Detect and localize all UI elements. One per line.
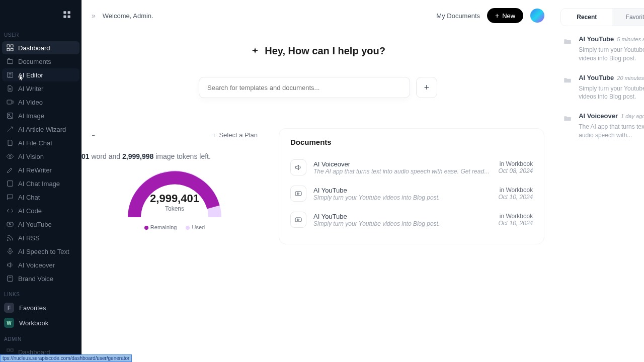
sidebar-item-ai-voiceover[interactable]: AI Voiceover — [2, 258, 79, 272]
document-date: Oct 10, 2024 — [499, 220, 533, 227]
link-favorites[interactable]: F Favorites — [0, 300, 82, 315]
svg-rect-20 — [11, 349, 13, 351]
gauge-legend: Remaining Used — [144, 224, 205, 230]
dashboard-icon — [6, 44, 14, 52]
vision-icon — [6, 152, 14, 160]
search-input[interactable] — [207, 84, 401, 92]
workbook-chip: W — [4, 318, 14, 328]
document-date: Oct 08, 2024 — [499, 167, 533, 174]
sidebar-item-label: AI RSS — [18, 234, 40, 242]
plus-icon: + — [495, 12, 499, 20]
feed-desc: The AI app that turns text into audio sp… — [579, 123, 644, 140]
sidebar-item-documents[interactable]: Documents — [2, 55, 79, 68]
sidebar-item-ai-rss[interactable]: AI RSS — [2, 231, 79, 244]
documents-card: Documents AI Voiceover The AI app that t… — [279, 128, 544, 244]
select-plan-label: Select a Plan — [219, 131, 258, 139]
feed-item[interactable]: AI YouTube 20 minutes ago Simply turn yo… — [560, 65, 644, 104]
sidebar-item-label: AI Speech to Text — [18, 248, 69, 255]
svg-point-16 — [7, 240, 8, 241]
svg-rect-6 — [7, 48, 10, 51]
link-workbook[interactable]: W Workbook — [0, 315, 82, 330]
sidebar-item-ai-chat[interactable]: AI Chat — [2, 191, 79, 204]
document-desc: Simply turn your Youtube videos into Blo… — [313, 194, 492, 201]
tab-recent[interactable]: Recent — [561, 9, 612, 26]
youtube-icon — [290, 212, 306, 228]
code-icon — [6, 207, 14, 215]
image-icon — [6, 112, 14, 120]
svg-rect-2 — [63, 16, 66, 18]
feed-time: 1 day ago — [621, 113, 644, 119]
document-location: in Workbook — [499, 213, 533, 220]
brand-icon — [6, 275, 14, 283]
feed-time: 5 minutes ago — [617, 36, 644, 42]
search-row: + — [82, 77, 554, 98]
sidebar-item-ai-code[interactable]: AI Code — [2, 204, 79, 217]
section-user: USER — [0, 26, 82, 41]
gauge-number: 2,999,401 — [127, 192, 222, 205]
sidebar-item-ai-video[interactable]: AI Video — [2, 96, 79, 109]
sidebar-item-ai-file-chat[interactable]: AI File Chat — [2, 136, 79, 149]
svg-rect-5 — [11, 45, 13, 47]
sidebar-item-ai-youtube[interactable]: AI YouTube — [2, 218, 79, 231]
document-row[interactable]: AI Voiceover The AI app that turns text … — [290, 154, 533, 180]
token-summary: 01 word and 2,999,998 image tokens left. — [82, 141, 268, 160]
my-documents-link[interactable]: My Documents — [436, 12, 480, 20]
new-button[interactable]: + New — [487, 8, 523, 23]
svg-rect-3 — [68, 16, 70, 18]
section-admin: ADMIN — [0, 330, 82, 345]
documents-icon — [6, 57, 14, 65]
sidebar-item-label: AI Article Wizard — [18, 126, 66, 133]
collapse-icon[interactable]: » — [92, 12, 96, 20]
section-links: LINKS — [0, 286, 82, 300]
sidebar-item-ai-image[interactable]: AI Image — [2, 109, 79, 122]
svg-rect-18 — [8, 276, 13, 282]
sidebar-item-label: AI Vision — [18, 153, 44, 160]
main-area: » Welcome, Admin. My Documents + New Hey… — [82, 0, 554, 362]
svg-rect-8 — [8, 60, 13, 64]
svg-rect-10 — [7, 100, 12, 104]
sidebar-item-ai-vision[interactable]: AI Vision — [2, 150, 79, 163]
avatar[interactable] — [530, 9, 544, 23]
sidebar-item-brand-voice[interactable]: Brand Voice — [2, 272, 79, 285]
select-plan-button[interactable]: + Select a Plan — [212, 131, 258, 139]
document-row[interactable]: AI YouTube Simply turn your Youtube vide… — [290, 180, 533, 207]
search-input-wrapper[interactable] — [199, 77, 410, 98]
editor-icon — [6, 71, 14, 79]
right-panel: Recent Favorites AI YouTube 5 minutes ag… — [554, 0, 644, 362]
feed-title: AI Voiceover — [579, 112, 618, 120]
status-bar-url: tps://nucleus.serapiscode.com/dashboard/… — [0, 354, 132, 362]
favorites-chip: F — [4, 303, 14, 313]
search-add-button[interactable]: + — [416, 77, 437, 98]
sidebar-item-ai-chat-image[interactable]: AI Chat Image — [2, 177, 79, 190]
sidebar-item-ai-editor[interactable]: AI Editor — [2, 68, 79, 81]
sidebar-item-ai-speech-to-text[interactable]: AI Speech to Text — [2, 245, 79, 258]
document-row[interactable]: AI YouTube Simply turn your Youtube vide… — [290, 207, 533, 233]
hero-text: Hey, How can I help you? — [265, 45, 385, 57]
sidebar-item-dashboard[interactable]: Dashboard — [2, 41, 79, 54]
svg-rect-22 — [295, 218, 301, 222]
sidebar-item-ai-writer[interactable]: AI Writer — [2, 82, 79, 95]
cursor-icon — [19, 74, 25, 81]
rewriter-icon — [6, 166, 14, 174]
feed-tabs: Recent Favorites — [560, 8, 644, 26]
sidebar-item-label: Brand Voice — [18, 275, 53, 283]
sidebar-item-ai-article-wizard[interactable]: AI Article Wizard — [2, 123, 79, 136]
svg-rect-4 — [7, 45, 10, 47]
app-grid-button[interactable] — [59, 7, 74, 22]
image-tokens: 2,999,998 — [122, 152, 153, 160]
plus-icon: + — [212, 131, 216, 139]
plan-name: - — [92, 128, 95, 141]
feed-item[interactable]: AI Voiceover 1 day ago The AI app that t… — [560, 103, 644, 142]
document-location: in Workbook — [499, 160, 533, 167]
welcome-text: Welcome, Admin. — [103, 12, 430, 20]
svg-rect-19 — [7, 349, 10, 351]
document-desc: Simply turn your Youtube videos into Blo… — [313, 220, 492, 227]
writer-icon — [6, 84, 14, 93]
token-gauge: 2,999,401 Tokens — [127, 169, 222, 217]
sidebar-item-ai-rewriter[interactable]: AI ReWriter — [2, 163, 79, 176]
document-desc: The AI app that turns text into audio sp… — [313, 168, 492, 175]
feed-item[interactable]: AI YouTube 5 minutes ago Simply turn you… — [560, 26, 644, 65]
sidebar: USER Dashboard Documents AI Editor AI Wr… — [0, 0, 82, 362]
svg-rect-14 — [8, 181, 13, 187]
tab-favorites[interactable]: Favorites — [612, 9, 644, 26]
